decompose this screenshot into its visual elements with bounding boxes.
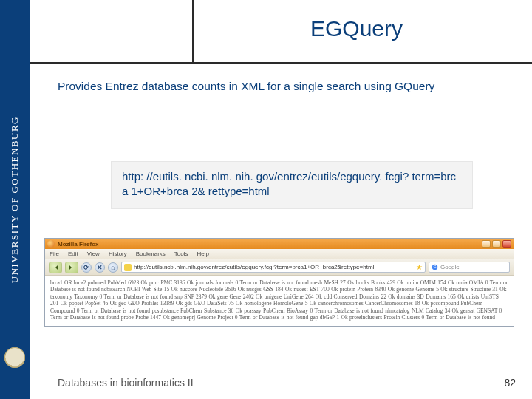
reload-button[interactable]: ⟳: [81, 262, 92, 273]
menu-help[interactable]: Help: [197, 250, 208, 257]
google-icon: G: [432, 264, 438, 270]
search-box[interactable]: G Google: [429, 262, 510, 273]
svg-text:G: G: [433, 265, 436, 269]
menu-edit[interactable]: Edit: [68, 250, 78, 257]
bookmark-star-icon[interactable]: ★: [416, 263, 423, 271]
home-button[interactable]: ⌂: [108, 262, 118, 273]
page-number: 82: [504, 377, 516, 389]
address-bar[interactable]: http://eutils.ncbi.nlm.nih.gov/entrez/eu…: [121, 262, 426, 273]
menu-tools[interactable]: Tools: [174, 250, 188, 257]
minimize-button[interactable]: [482, 240, 491, 248]
university-name: UNIVERSITY OF GOTHENBURG: [9, 116, 21, 283]
menu-view[interactable]: View: [87, 250, 100, 257]
search-placeholder: Google: [440, 264, 460, 270]
footer-left: Databases in bioinformatics II: [58, 377, 194, 389]
slide-footer: Databases in bioinformatics II 82: [58, 377, 516, 389]
browser-menubar: File Edit View History Bookmarks Tools H…: [45, 249, 514, 259]
browser-content: brca1 OR brca2 pubmed PubMed 6923 Ok pmc…: [45, 276, 514, 326]
close-button[interactable]: [502, 240, 511, 248]
firefox-icon: [47, 240, 55, 248]
slide-header: EGQuery: [30, 0, 532, 64]
menu-history[interactable]: History: [109, 250, 127, 257]
header-divider: [192, 0, 194, 64]
window-title: Mozilla Firefox: [58, 241, 99, 248]
site-favicon-icon: [124, 264, 132, 271]
browser-toolbar: ⟳ ✕ ⌂ http://eutils.ncbi.nlm.nih.gov/ent…: [45, 259, 514, 276]
back-button[interactable]: [49, 262, 62, 273]
address-text: http://eutils.ncbi.nlm.nih.gov/entrez/eu…: [134, 264, 374, 270]
menu-bookmarks[interactable]: Bookmarks: [136, 250, 166, 257]
maximize-button[interactable]: [492, 240, 501, 248]
stop-button[interactable]: ✕: [95, 262, 105, 273]
university-band: UNIVERSITY OF GOTHENBURG: [0, 0, 30, 399]
university-crest-icon: [4, 347, 25, 368]
menu-file[interactable]: File: [50, 250, 59, 257]
slide-title: EGQuery: [310, 16, 403, 41]
slide-subtitle: Provides Entrez database counts in XML f…: [58, 80, 532, 93]
browser-window: Mozilla Firefox File Edit View History B…: [44, 238, 514, 327]
example-url-box: http: //eutils. ncbi. nlm. nih. gov/entr…: [111, 161, 473, 209]
browser-titlebar: Mozilla Firefox: [45, 239, 514, 249]
forward-button[interactable]: [65, 262, 78, 273]
